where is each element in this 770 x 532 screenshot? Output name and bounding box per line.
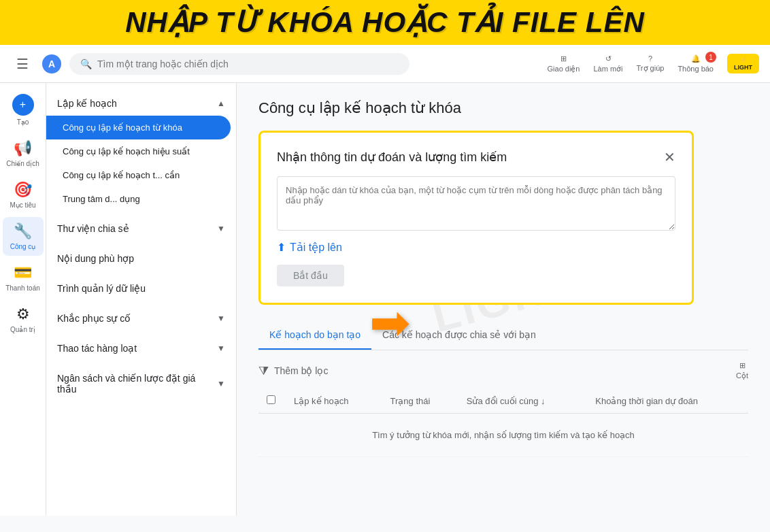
- tabs: Kế hoạch do bạn tạo Các kế hoạch được ch…: [258, 321, 748, 350]
- thao-tac-label: Thao tác hàng loạt: [57, 343, 137, 354]
- khac-phuc-label: Khắc phục sự cố: [57, 313, 131, 324]
- thanh-toan-label: Thanh toán: [5, 284, 40, 292]
- sidebar-icon-bar: + Tạo 📢 Chiến dịch 🎯 Mục tiêu 🔧 Công cụ …: [0, 83, 46, 516]
- upload-icon: ⬆: [277, 241, 286, 254]
- tab-shared-plans[interactable]: Các kế hoạch được chia sẻ với bạn: [371, 321, 547, 350]
- lap-ke-hoach-label: Lập kế hoạch: [57, 98, 117, 109]
- refresh-icon: ↺: [605, 54, 612, 63]
- chevron-down-4-icon: ▼: [217, 379, 225, 388]
- sidebar-icon-thanh-toan[interactable]: 💳 Thanh toán: [3, 259, 44, 297]
- light-label: LIGHT: [734, 64, 752, 71]
- dialog-title: Nhận thông tin dự đoán và lượng tìm kiếm: [277, 150, 507, 165]
- search-bar[interactable]: 🔍: [69, 53, 409, 75]
- table-header-row: Lập kế hoạch Trạng thái Sửa đổi cuối cùn…: [258, 388, 748, 414]
- sidebar-item-performance-planner[interactable]: Công cụ lập kế hoạch hiệu suất: [46, 139, 236, 163]
- plans-table: Lập kế hoạch Trạng thái Sửa đổi cuối cùn…: [258, 388, 748, 457]
- sidebar-item-app-center[interactable]: Trung tâm d... dụng: [46, 187, 236, 211]
- sidebar: Lập kế hoạch ▲ Công cụ lập kế hoạch từ k…: [46, 83, 237, 516]
- sidebar-section-thu-vien: Thư viện chia sẻ ▼: [46, 214, 236, 244]
- empty-message: Tìm ý tưởng từ khóa mới, nhận số lượng t…: [258, 414, 748, 457]
- giao-dien-button[interactable]: ⊞ Giao diện: [548, 54, 580, 73]
- reach-planner-label: Công cụ lập kế hoạch t... cần: [63, 170, 180, 180]
- sidebar-section-ngan-sach: Ngân sách và chiến lược đặt giá thầu ▼: [46, 363, 236, 404]
- sidebar-item-reach-planner[interactable]: Công cụ lập kế hoạch t... cần: [46, 163, 236, 187]
- sidebar-icon-tao[interactable]: + Tạo: [3, 88, 44, 131]
- sidebar-item-keyword-planner[interactable]: Công cụ lập kế hoạch từ khóa: [46, 116, 231, 139]
- page-title: Công cụ lập kế hoạch từ khóa: [258, 99, 748, 117]
- sidebar-icon-chien-dich[interactable]: 📢 Chiến dịch: [3, 134, 44, 173]
- search-input[interactable]: [97, 59, 399, 69]
- light-button[interactable]: ⚡ LIGHT: [727, 54, 759, 73]
- topnav-right: ⊞ Giao diện ↺ Làm mới ? Trợ giúp 🔔 1 Thô…: [548, 54, 759, 73]
- col-khoang-thoi-gian: Khoảng thời gian dự đoán: [587, 388, 748, 414]
- filter-label[interactable]: Thêm bộ lọc: [274, 365, 328, 376]
- target-icon: 🎯: [14, 181, 32, 199]
- sidebar-section-lap-ke-hoach: Lập kế hoạch ▲ Công cụ lập kế hoạch từ k…: [46, 88, 236, 214]
- thu-vien-label: Thư viện chia sẻ: [57, 223, 129, 234]
- topnav-left: ☰ A 🔍: [11, 50, 539, 78]
- filter-left: ⧩ Thêm bộ lọc: [258, 364, 328, 378]
- lam-moi-button[interactable]: ↺ Làm mới: [594, 54, 623, 73]
- noi-dung-label: Nội dung phù hợp: [57, 253, 134, 264]
- upload-file-link[interactable]: ⬆ Tải tệp lên: [277, 241, 675, 254]
- performance-planner-label: Công cụ lập kế hoạch hiệu suất: [63, 146, 190, 156]
- chevron-down-3-icon: ▼: [217, 344, 225, 353]
- quan-ly-du-lieu-label: Trình quản lý dữ liệu: [57, 283, 146, 294]
- muc-tieu-label: Mục tiêu: [10, 201, 35, 209]
- sidebar-section-khac-phuc: Khắc phục sự cố ▼: [46, 303, 236, 333]
- khac-phuc-header[interactable]: Khắc phục sự cố ▼: [46, 306, 236, 331]
- thao-tac-header[interactable]: Thao tác hàng loạt ▼: [46, 336, 236, 361]
- keyword-textarea[interactable]: [277, 176, 675, 231]
- sidebar-section-quan-ly-du-lieu: Trình quản lý dữ liệu: [46, 273, 236, 303]
- chevron-down-icon: ▼: [217, 224, 225, 233]
- noi-dung-header[interactable]: Nội dung phù hợp: [46, 246, 236, 271]
- col-sua-doi: Sửa đổi cuối cùng ↓: [458, 388, 588, 414]
- tao-label: Tạo: [17, 118, 29, 126]
- dialog-close-button[interactable]: ✕: [664, 149, 675, 165]
- ngan-sach-header[interactable]: Ngân sách và chiến lược đặt giá thầu ▼: [46, 366, 236, 401]
- banner: NHẬP TỪ KHÓA HOẶC TẢI FILE LÊN: [0, 0, 770, 45]
- sidebar-icon-cong-cu[interactable]: 🔧 Công cụ: [3, 217, 44, 256]
- admin-icon: ⚙: [16, 305, 30, 323]
- chevron-down-2-icon: ▼: [217, 314, 225, 323]
- top-navigation: ☰ A 🔍 ⊞ Giao diện ↺ Làm mới ? Trợ giúp 🔔…: [0, 45, 770, 83]
- col-label: Cột: [736, 371, 748, 380]
- dialog-header: Nhận thông tin dự đoán và lượng tìm kiếm…: [277, 149, 675, 165]
- filter-bar: ⧩ Thêm bộ lọc ⊞ Cột: [258, 361, 748, 380]
- table-empty-row: Tìm ý tưởng từ khóa mới, nhận số lượng t…: [258, 414, 748, 457]
- notification-icon: 🔔: [691, 54, 701, 63]
- quan-tri-label: Quản trị: [10, 326, 35, 333]
- notification-badge: 1: [705, 52, 716, 63]
- help-icon: ?: [648, 54, 652, 63]
- select-all-checkbox[interactable]: [267, 395, 275, 404]
- tab-my-plans[interactable]: Kế hoạch do bạn tạo: [258, 321, 371, 350]
- tro-giup-label: Trợ giúp: [637, 64, 665, 73]
- app-center-label: Trung tâm d... dụng: [63, 194, 140, 204]
- quan-ly-du-lieu-header[interactable]: Trình quản lý dữ liệu: [46, 276, 236, 301]
- content-area: LIGHT Công cụ lập kế hoạch từ khóa Nhận …: [237, 83, 770, 516]
- sidebar-section-thao-tac: Thao tác hàng loạt ▼: [46, 333, 236, 363]
- thong-bao-button[interactable]: 🔔 1 Thông báo: [677, 54, 714, 73]
- tro-giup-button[interactable]: ? Trợ giúp: [637, 54, 665, 73]
- columns-icon: ⊞: [739, 361, 746, 370]
- cong-cu-label: Công cụ: [10, 243, 36, 250]
- svg-text:A: A: [48, 59, 55, 69]
- sidebar-icon-quan-tri[interactable]: ⚙ Quản trị: [3, 300, 44, 339]
- lam-moi-label: Làm mới: [594, 65, 623, 73]
- sidebar-icon-muc-tieu[interactable]: 🎯 Mục tiêu: [3, 176, 44, 214]
- start-button[interactable]: Bắt đầu: [277, 265, 344, 286]
- filter-icon: ⧩: [258, 364, 269, 378]
- google-ads-logo: A: [42, 54, 61, 73]
- thu-vien-header[interactable]: Thư viện chia sẻ ▼: [46, 216, 236, 241]
- column-settings-button[interactable]: ⊞ Cột: [736, 361, 748, 380]
- col-lap-ke-hoach: Lập kế hoạch: [286, 388, 382, 414]
- keyword-planner-label: Công cụ lập kế hoạch từ khóa: [63, 122, 182, 133]
- thong-bao-label: Thông báo: [677, 65, 714, 73]
- lap-ke-hoach-header[interactable]: Lập kế hoạch ▲: [46, 91, 236, 116]
- campaign-icon: 📢: [14, 139, 32, 157]
- col-trang-thai: Trạng thái: [382, 388, 458, 414]
- payment-icon: 💳: [14, 264, 32, 282]
- keyword-dialog: Nhận thông tin dự đoán và lượng tìm kiếm…: [258, 131, 694, 305]
- chien-dich-label: Chiến dịch: [6, 160, 39, 167]
- hamburger-icon[interactable]: ☰: [11, 50, 34, 78]
